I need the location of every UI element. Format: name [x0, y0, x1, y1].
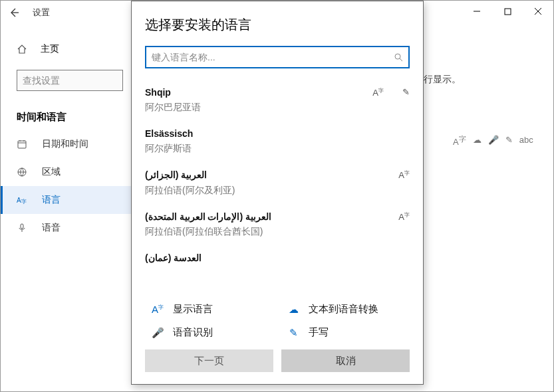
language-local-name: 阿尔萨斯语 [145, 143, 410, 155]
legend-handwriting: ✎ 手写 [287, 326, 410, 339]
window-controls [462, 1, 553, 22]
sidebar-item-datetime[interactable]: 日期和时间 [1, 130, 134, 158]
home-icon [17, 44, 30, 54]
tts-icon: ☁ [473, 135, 482, 147]
settings-window: 设置 主页 时间和语言 日期和时间 [0, 0, 554, 392]
display-lang-icon: A字 [372, 87, 384, 98]
language-capabilities: A字 [398, 211, 410, 222]
language-item[interactable]: العربية (الإمارات العربية المتحدة) A字 阿拉… [145, 205, 410, 246]
sidebar-home[interactable]: 主页 [1, 38, 134, 60]
sidebar-section-header: 时间和语言 [1, 103, 134, 130]
language-local-name: 阿尔巴尼亚语 [145, 102, 410, 114]
clock-icon [17, 139, 30, 149]
svg-rect-5 [21, 224, 23, 229]
sidebar-item-language[interactable]: A字 语言 [1, 186, 134, 214]
legend-label: 手写 [309, 326, 329, 339]
legend-label: 文本到语音转换 [309, 303, 378, 316]
content-hint-text: 行显示。 [424, 74, 461, 86]
language-native-name: العربية (الجزائر) [145, 169, 207, 180]
svg-text:A: A [17, 197, 21, 204]
language-native-name: العربية (الإمارات العربية المتحدة) [145, 211, 271, 222]
display-lang-icon: A字 [453, 135, 466, 147]
sidebar: 主页 时间和语言 日期和时间 区域 A字 语言 [1, 25, 134, 242]
language-native-name: Shqip [145, 87, 171, 98]
globe-icon [17, 167, 30, 177]
tts-icon: ☁ [287, 304, 299, 316]
language-local-name: 阿拉伯语(阿尔及利亚) [145, 185, 410, 197]
sidebar-item-label: 区域 [42, 166, 61, 178]
mic-icon: 🎤 [152, 327, 164, 339]
language-item[interactable]: العربية (الجزائر) A字 阿拉伯语(阿尔及利亚) [145, 163, 410, 204]
legend-tts: ☁ 文本到语音转换 [287, 303, 410, 316]
svg-point-6 [395, 54, 400, 59]
feature-icons-row: A字 ☁ 🎤 ✎ abc [453, 135, 533, 147]
capability-legend: A字 显示语言 ☁ 文本到语音转换 🎤 语音识别 ✎ 手写 [132, 291, 423, 349]
sidebar-item-label: 语言 [42, 194, 61, 206]
a-letter-icon: A字 [17, 195, 30, 205]
language-item[interactable]: Elsässisch 阿尔萨斯语 [145, 122, 410, 163]
language-native-name: Elsässisch [145, 128, 193, 139]
next-button[interactable]: 下一页 [145, 349, 273, 372]
install-language-dialog: 选择要安装的语言 Shqip A字 ✎ 阿尔巴尼亚语 Elsä [131, 1, 424, 385]
window-title: 设置 [27, 7, 50, 19]
svg-rect-1 [18, 141, 26, 148]
search-icon [394, 52, 403, 62]
handwriting-icon: ✎ [287, 327, 299, 339]
minimize-icon [473, 7, 481, 15]
arrow-left-icon [9, 7, 19, 18]
handwriting-icon: ✎ [505, 135, 513, 147]
language-item[interactable]: Shqip A字 ✎ 阿尔巴尼亚语 [145, 80, 410, 122]
sidebar-item-speech[interactable]: 语音 [1, 214, 134, 242]
svg-rect-0 [505, 9, 511, 15]
mic-icon: 🎤 [488, 135, 499, 147]
mic-icon [17, 223, 30, 233]
minimize-button[interactable] [462, 1, 492, 22]
language-list[interactable]: Shqip A字 ✎ 阿尔巴尼亚语 Elsässisch 阿尔萨斯语 العرب… [132, 80, 423, 291]
back-button[interactable] [1, 1, 27, 25]
maximize-icon [504, 8, 511, 15]
close-button[interactable] [523, 1, 553, 22]
display-lang-icon: A字 [398, 211, 410, 222]
svg-text:字: 字 [21, 199, 27, 205]
language-local-name: 阿拉伯语(阿拉伯联合酋长国) [145, 226, 410, 238]
abc-icon: abc [519, 135, 533, 147]
language-capabilities: A字 [398, 169, 410, 180]
legend-display: A字 显示语言 [152, 303, 274, 316]
language-capabilities: A字 ✎ [372, 87, 410, 98]
sidebar-search[interactable] [17, 70, 123, 91]
sidebar-item-label: 日期和时间 [42, 138, 88, 150]
legend-label: 语音识别 [173, 326, 213, 339]
handwriting-icon: ✎ [402, 87, 410, 98]
legend-speech: 🎤 语音识别 [152, 326, 274, 339]
dialog-search[interactable] [145, 46, 410, 68]
legend-label: 显示语言 [173, 303, 213, 316]
dialog-title: 选择要安装的语言 [132, 1, 423, 46]
sidebar-item-label: 语音 [42, 222, 61, 234]
dialog-search-input[interactable] [152, 52, 394, 62]
cancel-button[interactable]: 取消 [281, 349, 410, 372]
language-item-partial[interactable]: العدسة (عمان) [145, 246, 410, 263]
display-lang-icon: A字 [152, 304, 164, 315]
display-lang-icon: A字 [398, 169, 410, 180]
sidebar-item-region[interactable]: 区域 [1, 158, 134, 186]
maximize-button[interactable] [492, 1, 523, 22]
sidebar-search-input[interactable] [23, 75, 139, 86]
sidebar-home-label: 主页 [41, 43, 59, 55]
dialog-buttons: 下一页 取消 [132, 349, 423, 384]
close-icon [534, 7, 542, 15]
